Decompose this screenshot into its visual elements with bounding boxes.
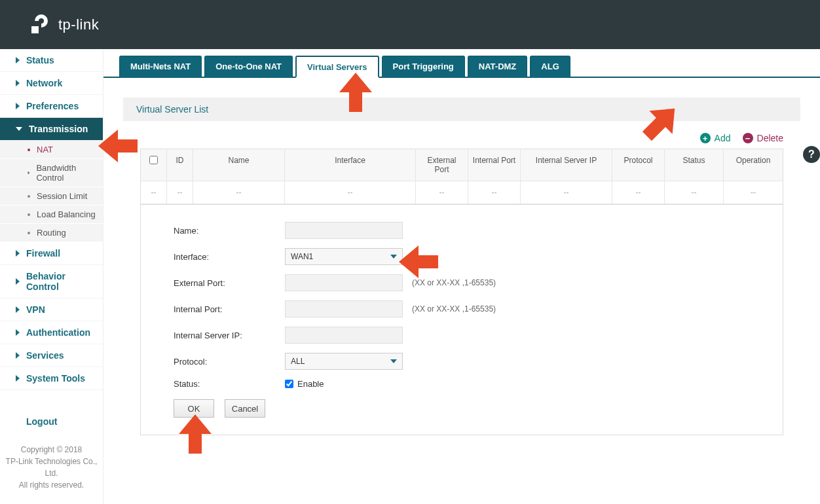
sidebar-item-label: Status [26, 55, 54, 65]
protocol-value: ALL [291, 357, 305, 366]
chevron-right-icon [16, 57, 20, 63]
chevron-down-icon [390, 255, 397, 259]
th-name: Name [193, 149, 285, 181]
brand-name: tp-link [58, 16, 99, 33]
name-input[interactable] [285, 222, 403, 239]
sidebar-item-preferences[interactable]: Preferences [0, 95, 103, 118]
protocol-select[interactable]: ALL [285, 353, 403, 370]
tab-nat-dmz[interactable]: NAT-DMZ [468, 56, 528, 78]
th-internal-server-ip: Internal Server IP [521, 149, 612, 181]
protocol-label: Protocol: [174, 357, 285, 367]
tab-multi-nets-nat[interactable]: Multi-Nets NAT [119, 56, 202, 78]
internal-server-ip-input[interactable] [285, 327, 403, 344]
brand-logo: tp-link [29, 13, 99, 37]
copyright-footer: Copyright © 2018 TP-Link Technologies Co… [0, 437, 103, 504]
svg-rect-0 [31, 26, 39, 33]
status-label: Status: [174, 379, 285, 389]
plus-circle-icon: + [700, 133, 711, 143]
logout-link[interactable]: Logout [26, 416, 57, 427]
cancel-button[interactable]: Cancel [225, 399, 265, 418]
minus-circle-icon: − [743, 133, 753, 143]
sidebar-subitem-bandwidth-control[interactable]: Bandwidth Control [0, 159, 103, 187]
sidebar-item-label: Authentication [26, 327, 90, 338]
sidebar-item-services[interactable]: Services [0, 344, 103, 367]
sidebar-subitem-session-limit[interactable]: Session Limit [0, 187, 103, 206]
external-port-input[interactable] [285, 274, 403, 291]
chevron-right-icon [16, 329, 20, 336]
sidebar-item-status[interactable]: Status [0, 49, 103, 72]
tab-alg[interactable]: ALG [530, 56, 570, 78]
sidebar-item-label: System Tools [26, 373, 85, 384]
tab-port-triggering[interactable]: Port Triggering [382, 56, 465, 78]
table-header: ID Name Interface External Port Internal… [141, 149, 783, 181]
sidebar-item-network[interactable]: Network [0, 72, 103, 95]
add-server-form: Name: Interface: WAN1 External Port: (XX… [140, 205, 783, 435]
sidebar-item-label: Preferences [26, 101, 79, 111]
th-external-port: External Port [416, 149, 468, 181]
sidebar-item-authentication[interactable]: Authentication [0, 321, 103, 344]
interface-value: WAN1 [291, 252, 313, 261]
tplink-logo-icon [29, 13, 53, 37]
ok-button[interactable]: OK [174, 399, 214, 418]
interface-label: Interface: [174, 252, 285, 262]
th-operation: Operation [724, 149, 783, 181]
sidebar-subitem-nat[interactable]: NAT [0, 141, 103, 159]
sidebar-item-label: Transmission [29, 124, 88, 134]
virtual-server-table: ID Name Interface External Port Internal… [140, 149, 783, 205]
sidebar-item-label: Load Balancing [37, 209, 96, 219]
td-empty: -- [468, 181, 521, 204]
sidebar-item-transmission[interactable]: Transmission [0, 118, 103, 141]
sidebar: Status Network Preferences Transmission … [0, 49, 103, 504]
td-empty: -- [285, 181, 416, 204]
th-protocol: Protocol [612, 149, 665, 181]
sidebar-item-label: Services [26, 350, 64, 361]
sidebar-subitem-routing[interactable]: Routing [0, 224, 103, 242]
sidebar-item-label: NAT [37, 145, 53, 154]
delete-button[interactable]: − Delete [743, 133, 783, 143]
sidebar-item-behavior-control[interactable]: Behavior Control [0, 265, 103, 298]
internal-port-label: Internal Port: [174, 304, 285, 314]
select-all-checkbox[interactable] [149, 156, 158, 164]
add-button[interactable]: + Add [700, 133, 731, 143]
chevron-right-icon [16, 278, 20, 285]
sidebar-item-firewall[interactable]: Firewall [0, 242, 103, 265]
bullet-icon [28, 195, 30, 198]
status-enable-checkbox[interactable] [285, 380, 293, 388]
th-status: Status [665, 149, 724, 181]
bullet-icon [28, 213, 30, 216]
sidebar-item-label: Routing [37, 228, 66, 238]
chevron-right-icon [16, 375, 20, 382]
interface-select[interactable]: WAN1 [285, 248, 403, 265]
bullet-icon [28, 232, 30, 234]
sidebar-item-vpn[interactable]: VPN [0, 298, 103, 321]
section-title: Virtual Server List [123, 98, 800, 121]
td-empty: -- [612, 181, 665, 204]
th-interface: Interface [285, 149, 416, 181]
td-empty: -- [416, 181, 468, 204]
chevron-down-icon [16, 127, 22, 131]
tab-one-to-one-nat[interactable]: One-to-One NAT [204, 56, 293, 78]
copyright-line: Copyright © 2018 [0, 444, 103, 456]
chevron-right-icon [16, 306, 20, 313]
sidebar-subitem-load-balancing[interactable]: Load Balancing [0, 206, 103, 224]
td-empty: -- [521, 181, 612, 204]
main-content: Multi-Nets NAT One-to-One NAT Virtual Se… [103, 49, 820, 504]
internal-port-hint: (XX or XX-XX ,1-65535) [412, 304, 496, 314]
chevron-down-icon [390, 359, 397, 363]
th-id: ID [167, 149, 193, 181]
sidebar-item-label: Behavior Control [26, 271, 96, 292]
sidebar-item-label: Network [26, 78, 62, 88]
tab-virtual-servers[interactable]: Virtual Servers [295, 56, 379, 78]
chevron-right-icon [16, 103, 20, 109]
app-header: tp-link [0, 0, 820, 49]
internal-port-input[interactable] [285, 300, 403, 317]
sidebar-item-label: Session Limit [37, 191, 87, 201]
copyright-line: TP-Link Technologies Co., Ltd. [0, 456, 103, 479]
sidebar-item-system-tools[interactable]: System Tools [0, 367, 103, 390]
sidebar-submenu-transmission: NAT Bandwidth Control Session Limit Load… [0, 141, 103, 242]
bullet-icon [28, 149, 30, 151]
help-button[interactable]: ? [803, 146, 820, 163]
external-port-label: External Port: [174, 278, 285, 288]
delete-label: Delete [757, 133, 783, 143]
chevron-right-icon [16, 352, 20, 359]
